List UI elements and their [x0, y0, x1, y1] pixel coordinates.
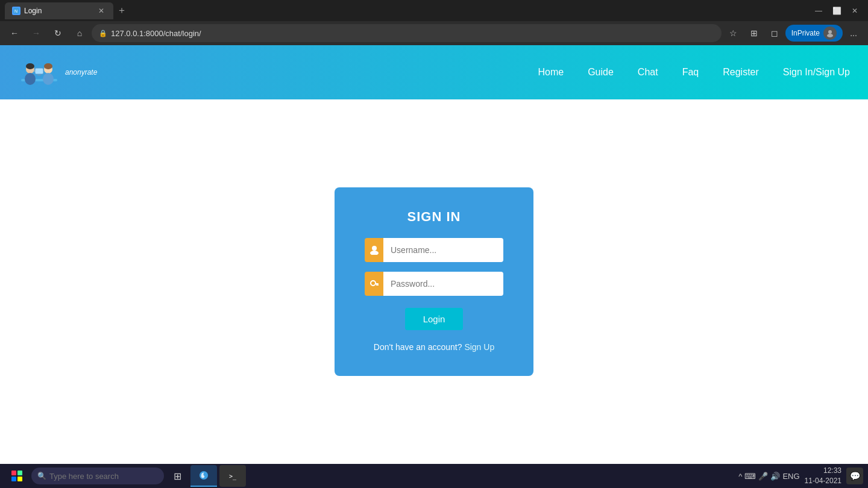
- password-input[interactable]: [383, 272, 503, 296]
- svg-point-7: [26, 63, 34, 69]
- browser-title-bar: N Login ✕ ＋ — ⬜ ✕: [0, 0, 868, 21]
- taskbar-clock: 12:33 11-04-2021: [805, 466, 841, 486]
- svg-text:>_: >_: [229, 473, 237, 480]
- edge-taskbar-icon[interactable]: [190, 465, 217, 487]
- refresh-button[interactable]: ↻: [48, 23, 68, 43]
- address-bar-row: ← → ↻ ⌂ 🔒 127.0.0.1:8000/chat/login/ ☆ ⊞…: [0, 21, 868, 45]
- home-button[interactable]: ⌂: [70, 23, 89, 43]
- terminal-taskbar-icon[interactable]: >_: [219, 465, 246, 487]
- taskbar-date: 11-04-2021: [805, 476, 841, 486]
- main-area: SIGN IN: [0, 99, 868, 464]
- svg-point-16: [371, 281, 376, 286]
- svg-rect-22: [11, 477, 16, 481]
- svg-point-14: [372, 246, 377, 251]
- forward-button[interactable]: →: [27, 23, 46, 43]
- taskbar: 🔍 ⊞ >_ ^ ⌨ 🎤 🔊 ENG 12:33 11-04-2021 💬: [0, 464, 868, 488]
- taskbar-search-input[interactable]: [31, 468, 164, 484]
- page-content: anonyrate Home Guide Chat Faq Register S…: [0, 45, 868, 464]
- language-label: ENG: [782, 472, 799, 481]
- tab-title: Login: [24, 7, 93, 15]
- user-icon: [365, 238, 383, 262]
- collections-button[interactable]: ⊞: [744, 23, 764, 43]
- toolbar-icons: ☆ ⊞ ◻ InPrivate ...: [724, 23, 863, 43]
- svg-point-15: [370, 251, 379, 255]
- nav-signin-signup[interactable]: Sign In/Sign Up: [783, 67, 850, 78]
- signin-card: SIGN IN: [335, 187, 533, 376]
- keyboard-icon[interactable]: ⌨: [744, 472, 756, 481]
- svg-rect-17: [375, 283, 379, 284]
- chevron-up-icon[interactable]: ^: [738, 472, 742, 481]
- svg-rect-12: [37, 74, 41, 76]
- svg-point-9: [43, 73, 54, 85]
- url-text: 127.0.0.1:8000/chat/login/: [111, 29, 714, 38]
- tray-icons: ^ ⌨ 🎤 🔊 ENG: [738, 472, 799, 481]
- logo-illustration: [18, 56, 60, 89]
- more-options-button[interactable]: ...: [844, 23, 863, 43]
- site-nav: Home Guide Chat Faq Register Sign In/Sig…: [538, 67, 850, 78]
- taskbar-search-wrapper: 🔍: [31, 468, 164, 484]
- back-button[interactable]: ←: [5, 23, 24, 43]
- signin-title: SIGN IN: [407, 209, 461, 225]
- svg-rect-11: [35, 68, 43, 74]
- username-input-group: [365, 238, 503, 262]
- inprivate-badge[interactable]: InPrivate: [785, 25, 843, 42]
- svg-rect-23: [17, 477, 22, 481]
- lock-icon: 🔒: [99, 30, 107, 37]
- no-account-text: Don't have an account? Sign Up: [374, 342, 494, 352]
- taskbar-right: ^ ⌨ 🎤 🔊 ENG 12:33 11-04-2021 💬: [738, 466, 863, 486]
- tab-bar: N Login ✕ ＋: [5, 0, 808, 21]
- logo-text: anonyrate: [65, 68, 97, 77]
- nav-register[interactable]: Register: [723, 67, 759, 78]
- svg-point-6: [25, 73, 36, 85]
- svg-rect-18: [377, 284, 379, 286]
- nav-faq[interactable]: Faq: [682, 67, 699, 78]
- svg-point-3: [827, 34, 833, 37]
- site-logo[interactable]: anonyrate: [18, 56, 97, 89]
- volume-icon[interactable]: 🔊: [770, 472, 780, 481]
- minimize-button[interactable]: —: [810, 2, 827, 19]
- tab-favicon: N: [12, 7, 20, 15]
- new-tab-button[interactable]: ＋: [113, 2, 130, 19]
- close-window-button[interactable]: ✕: [846, 2, 863, 19]
- notification-panel-button[interactable]: 💬: [846, 468, 863, 484]
- site-header: anonyrate Home Guide Chat Faq Register S…: [0, 45, 868, 99]
- address-bar[interactable]: 🔒 127.0.0.1:8000/chat/login/: [92, 24, 722, 42]
- inprivate-label: InPrivate: [791, 29, 820, 37]
- login-button[interactable]: Login: [405, 308, 464, 330]
- start-button[interactable]: [5, 464, 29, 488]
- nav-home[interactable]: Home: [538, 67, 564, 78]
- nav-chat[interactable]: Chat: [638, 67, 658, 78]
- profile-avatar: [823, 27, 837, 40]
- password-input-group: [365, 272, 503, 296]
- key-icon: [365, 272, 383, 296]
- window-controls: — ⬜ ✕: [810, 2, 863, 19]
- username-input[interactable]: [383, 238, 503, 262]
- svg-text:N: N: [14, 9, 17, 13]
- svg-rect-19: [376, 284, 377, 286]
- taskbar-search-icon: 🔍: [37, 472, 46, 480]
- active-tab[interactable]: N Login ✕: [5, 2, 113, 19]
- svg-point-2: [828, 30, 832, 34]
- favorites-button[interactable]: ☆: [724, 23, 743, 43]
- nav-guide[interactable]: Guide: [588, 67, 614, 78]
- browser-wallet-button[interactable]: ◻: [765, 23, 784, 43]
- maximize-button[interactable]: ⬜: [828, 2, 845, 19]
- svg-rect-21: [17, 471, 22, 475]
- svg-point-10: [44, 63, 52, 69]
- signup-link[interactable]: Sign Up: [464, 342, 494, 352]
- svg-rect-20: [11, 471, 16, 475]
- mic-icon[interactable]: 🎤: [758, 472, 768, 481]
- tab-close-button[interactable]: ✕: [96, 6, 106, 16]
- taskbar-time: 12:33: [805, 466, 841, 476]
- task-view-button[interactable]: ⊞: [166, 465, 188, 487]
